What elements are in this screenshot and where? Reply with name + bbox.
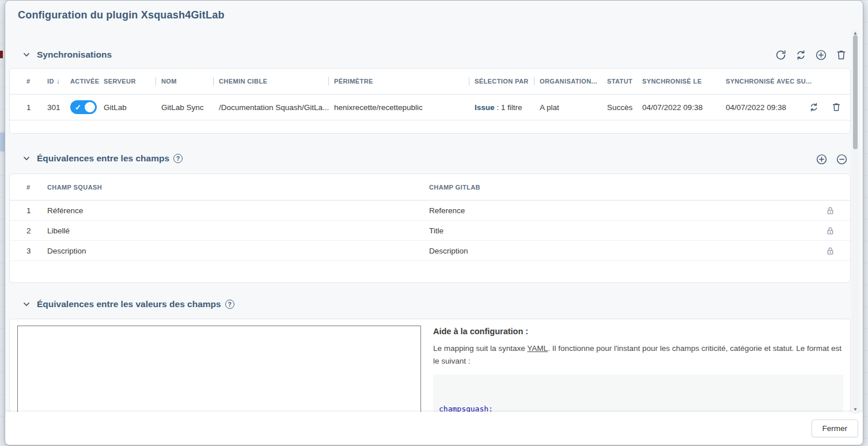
col-header-champ-gitlab[interactable]: CHAMP GITLAB bbox=[429, 184, 820, 191]
cell-champ-gitlab: Description bbox=[429, 247, 820, 255]
delete-row-icon[interactable] bbox=[830, 101, 843, 114]
refresh-icon[interactable] bbox=[774, 48, 787, 61]
sync-table-header: # ID↓ ACTIVÉE SERVEUR NOM CHEMIN CIBLE P… bbox=[10, 69, 850, 95]
check-icon: ✓ bbox=[75, 103, 81, 112]
col-header-server[interactable]: SERVEUR bbox=[104, 78, 161, 85]
dialog-footer: Fermer bbox=[5, 412, 863, 445]
cell-server: GitLab bbox=[104, 103, 161, 112]
cell-status: Succès bbox=[607, 103, 642, 112]
lock-icon bbox=[825, 226, 835, 236]
sync-table-row: 1 301 ✓ GitLab GitLab Sync /Documentatio… bbox=[10, 95, 850, 120]
cell-perimeter: henixrecette/recettepublic bbox=[334, 103, 475, 112]
section-header-field-mapping[interactable]: Équivalences entre les champs ? bbox=[22, 153, 183, 164]
sync-row-icon[interactable] bbox=[808, 101, 820, 114]
add-sync-icon[interactable] bbox=[814, 48, 827, 61]
mapping-table-header: # CHAMP SQUASH CHAMP GITLAB bbox=[10, 174, 850, 201]
cell-num: 3 bbox=[26, 247, 47, 255]
scrollbar-thumb[interactable] bbox=[853, 35, 858, 149]
sync-all-icon[interactable] bbox=[794, 48, 807, 61]
col-header-num[interactable]: # bbox=[26, 184, 47, 191]
cell-name: GitLab Sync bbox=[161, 103, 219, 112]
mapping-row: 2 Libellé Title bbox=[10, 221, 850, 241]
section-title: Équivalences entre les valeurs des champ… bbox=[37, 299, 221, 309]
chevron-down-icon[interactable] bbox=[22, 300, 31, 308]
value-mapping-card: Aide à la configuration : Le mapping sui… bbox=[9, 319, 851, 413]
cell-champ-squash: Description bbox=[47, 247, 429, 255]
col-header-target[interactable]: CHEMIN CIBLE bbox=[219, 78, 334, 85]
mapping-row: 3 Description Description bbox=[10, 241, 850, 261]
cell-champ-squash: Référence bbox=[47, 206, 429, 215]
yaml-editor[interactable] bbox=[17, 326, 421, 413]
chevron-down-icon[interactable] bbox=[22, 51, 31, 59]
row-actions bbox=[808, 101, 845, 114]
col-header-organisation[interactable]: ORGANISATION... bbox=[540, 78, 607, 85]
scroll-down-icon[interactable]: ▼ bbox=[853, 406, 858, 414]
cell-champ-squash: Libellé bbox=[47, 226, 429, 235]
cell-num: 1 bbox=[26, 103, 47, 112]
cell-organisation: A plat bbox=[540, 103, 607, 112]
active-toggle[interactable]: ✓ bbox=[70, 100, 97, 114]
cell-synced-with: 04/07/2022 09:38 bbox=[726, 103, 808, 112]
section-header-value-mapping[interactable]: Équivalences entre les valeurs des champ… bbox=[22, 299, 234, 309]
vertical-scrollbar[interactable]: ▲ ▼ bbox=[851, 29, 859, 414]
section-header-synchronisations[interactable]: Synchronisations bbox=[22, 50, 112, 60]
cell-champ-gitlab: Reference bbox=[429, 206, 820, 215]
section-title: Synchronisations bbox=[37, 50, 112, 60]
field-mapping-toolbar bbox=[815, 153, 848, 165]
chevron-down-icon[interactable] bbox=[22, 154, 31, 162]
col-header-status[interactable]: STATUT bbox=[607, 78, 642, 85]
background-artifact bbox=[0, 133, 5, 152]
cell-synced-on: 04/07/2022 09:38 bbox=[642, 103, 726, 112]
dialog-title: Configuration du plugin Xsquash4GitLab bbox=[18, 9, 225, 21]
cell-target: /Documentation Squash/GitLa... bbox=[219, 103, 334, 112]
sync-toolbar bbox=[774, 48, 847, 61]
help-icon[interactable]: ? bbox=[173, 154, 183, 163]
yaml-example-code: champsquash: valeurgitlab1: valeursquash… bbox=[433, 375, 843, 413]
close-button[interactable]: Fermer bbox=[812, 419, 859, 437]
col-header-id[interactable]: ID↓ bbox=[47, 77, 70, 85]
cell-champ-gitlab: Title bbox=[429, 226, 820, 235]
mapping-row: 1 Référence Reference bbox=[10, 201, 850, 221]
sort-desc-icon: ↓ bbox=[56, 77, 60, 85]
add-mapping-icon[interactable] bbox=[815, 153, 828, 165]
yaml-link[interactable]: YAML bbox=[527, 344, 548, 353]
help-heading: Aide à la configuration : bbox=[433, 327, 843, 336]
help-text: Le mapping suit la syntaxe YAML. Il fonc… bbox=[433, 342, 843, 367]
field-mapping-card: # CHAMP SQUASH CHAMP GITLAB 1 Référence … bbox=[9, 173, 851, 283]
col-header-champ-squash[interactable]: CHAMP SQUASH bbox=[47, 184, 429, 191]
plugin-config-dialog: Configuration du plugin Xsquash4GitLab S… bbox=[5, 0, 863, 445]
col-header-num[interactable]: # bbox=[26, 78, 47, 85]
config-help-panel: Aide à la configuration : Le mapping sui… bbox=[433, 327, 843, 413]
cell-num: 1 bbox=[26, 206, 47, 215]
remove-mapping-icon[interactable] bbox=[835, 153, 848, 165]
lock-icon bbox=[825, 246, 835, 256]
background-artifact bbox=[0, 51, 3, 58]
help-icon[interactable]: ? bbox=[225, 300, 234, 309]
cell-id: 301 bbox=[47, 103, 70, 112]
col-header-selection[interactable]: SÉLECTION PAR bbox=[475, 78, 540, 85]
col-header-synced-on[interactable]: SYNCHRONISÉ LE bbox=[642, 78, 726, 85]
col-header-perimeter[interactable]: PÉRIMÈTRE bbox=[334, 78, 475, 85]
col-header-name[interactable]: NOM bbox=[161, 78, 219, 85]
sync-table-card: # ID↓ ACTIVÉE SERVEUR NOM CHEMIN CIBLE P… bbox=[9, 68, 851, 134]
toggle-knob bbox=[85, 102, 95, 112]
delete-sync-icon[interactable] bbox=[835, 48, 847, 61]
cell-selection: Issue : 1 filtre bbox=[475, 103, 540, 112]
col-header-synced-with[interactable]: SYNCHRONISÉ AVEC SU... bbox=[726, 78, 808, 85]
col-header-active[interactable]: ACTIVÉE bbox=[70, 78, 104, 85]
lock-icon bbox=[825, 206, 835, 216]
cell-num: 2 bbox=[26, 226, 47, 235]
section-title: Équivalences entre les champs bbox=[37, 153, 169, 164]
